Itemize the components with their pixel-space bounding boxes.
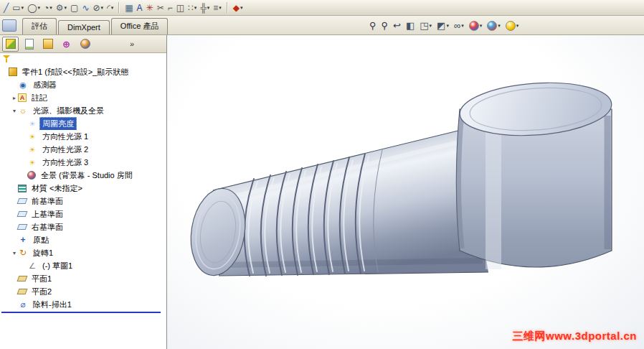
circle-tool[interactable]: ◯▾ bbox=[26, 1, 42, 14]
convert-entities-tool[interactable]: ⌐ bbox=[166, 1, 174, 14]
tree-item-top-plane[interactable]: 上基準面 bbox=[0, 208, 166, 220]
tree-item-directional-light-3[interactable]: ☀方向性光源 3 bbox=[0, 156, 166, 169]
tree-filter-row bbox=[0, 53, 166, 64]
linear-sketch-pattern-tool[interactable]: ∷▾ bbox=[186, 1, 198, 14]
dropdown-arrow-icon[interactable]: ▾ bbox=[498, 23, 501, 29]
dropdown-arrow-icon[interactable]: ▾ bbox=[38, 5, 41, 11]
make-block-tool[interactable]: ◆▾ bbox=[232, 1, 245, 14]
section-view-icon-glyph: ◧ bbox=[406, 19, 415, 32]
convert-entities-tool-glyph: ⌐ bbox=[168, 1, 173, 14]
tree-item-plane1[interactable]: 平面1 bbox=[0, 272, 166, 285]
zoom-to-area-icon[interactable]: ⚲ bbox=[380, 19, 390, 32]
propertymanager-tab[interactable] bbox=[21, 37, 37, 52]
tree-item-scene[interactable]: 全景 (背景幕 - Studio 房間 bbox=[0, 169, 166, 182]
filter-funnel-icon[interactable] bbox=[3, 55, 11, 63]
configurationmanager-tab[interactable] bbox=[39, 37, 56, 52]
bolt-shaft[interactable] bbox=[213, 129, 488, 276]
tree-item-lights-folder[interactable]: ▾☼光源、攝影機及全景 bbox=[0, 104, 166, 117]
part-icon bbox=[9, 68, 17, 76]
dropdown-arrow-icon[interactable]: ▾ bbox=[219, 5, 222, 11]
displaymanager-tab[interactable] bbox=[77, 37, 93, 52]
point-tool[interactable]: ✳ bbox=[145, 1, 155, 14]
rectangle-tool[interactable]: ▭▾ bbox=[11, 1, 25, 14]
tree-item-annotations[interactable]: ▸A註記 bbox=[0, 91, 166, 104]
sketch-picture-tool[interactable]: ▦ bbox=[123, 1, 134, 14]
mirror-entities-tool[interactable]: ◫ bbox=[175, 1, 186, 14]
dimxpertmanager-tab[interactable]: ⊕ bbox=[58, 37, 75, 52]
tree-item-plane2[interactable]: 平面2 bbox=[0, 285, 166, 298]
display-style-icon[interactable]: ◩▾ bbox=[435, 19, 450, 32]
tree-item-cut-sweep1[interactable]: ⌀除料-掃出1 bbox=[0, 298, 166, 311]
slot-tool[interactable]: ▢ bbox=[69, 1, 80, 14]
tree-item-label: 旋轉1 bbox=[30, 246, 56, 259]
move-entities-tool[interactable]: ╬▾ bbox=[199, 1, 211, 14]
collapse-arrow-icon[interactable]: ▾ bbox=[11, 250, 18, 256]
featuremanager-tab[interactable] bbox=[2, 37, 19, 52]
edit-appearance-icon[interactable]: ▾ bbox=[468, 19, 484, 32]
view-orientation-icon[interactable]: ◳▾ bbox=[418, 19, 433, 32]
trim-entities-tool[interactable]: ✂ bbox=[156, 1, 166, 14]
dropdown-arrow-icon[interactable]: ▾ bbox=[111, 5, 114, 11]
tree-item-ambient-light[interactable]: ☀周圍亮度 bbox=[0, 117, 166, 130]
section-view-icon[interactable]: ◧ bbox=[404, 19, 416, 32]
dropdown-arrow-icon[interactable]: ▾ bbox=[207, 5, 210, 11]
tree-item-revolve1[interactable]: ▾↻旋轉1 bbox=[0, 246, 166, 259]
tree-item-label: 平面2 bbox=[29, 285, 55, 298]
text-tool[interactable]: A bbox=[136, 1, 144, 14]
sketch-fillet-tool[interactable]: ◜▾ bbox=[105, 1, 115, 14]
bolt-model[interactable] bbox=[167, 35, 644, 349]
zoom-to-fit-icon-glyph: ⚲ bbox=[369, 19, 377, 32]
plane-ref-icon bbox=[17, 198, 28, 204]
tree-item-directional-light-1[interactable]: ☀方向性光源 1 bbox=[0, 130, 166, 143]
ambient-icon: ☀ bbox=[27, 119, 37, 129]
hide-show-items-icon[interactable]: ∞▾ bbox=[453, 19, 465, 32]
tree-item-label: 材質 <未指定> bbox=[29, 182, 85, 195]
dropdown-arrow-icon[interactable]: ▾ bbox=[194, 5, 197, 11]
tab-dimxpert[interactable]: DimXpert bbox=[58, 20, 110, 34]
dropdown-arrow-icon[interactable]: ▾ bbox=[430, 23, 432, 29]
arc-tool[interactable]: ◔▾ bbox=[42, 1, 54, 14]
polygon-tool[interactable]: ⚙▾ bbox=[55, 1, 68, 14]
tab-office-products[interactable]: Office 產品 bbox=[111, 18, 169, 34]
panel-toggle-icon[interactable] bbox=[2, 19, 16, 32]
slot-tool-glyph: ▢ bbox=[70, 1, 78, 14]
dropdown-arrow-icon[interactable]: ▾ bbox=[446, 23, 449, 29]
graphics-area[interactable]: 三维网www.3dportal.cn bbox=[167, 35, 644, 349]
offset-entities-tool[interactable]: ≡▾ bbox=[212, 1, 223, 14]
dropdown-arrow-icon[interactable]: ▾ bbox=[65, 5, 67, 11]
collapse-arrow-icon[interactable]: ▾ bbox=[11, 108, 18, 114]
tab-evaluate[interactable]: 評估 bbox=[22, 18, 57, 34]
zoom-to-fit-icon[interactable]: ⚲ bbox=[368, 19, 378, 32]
dropdown-arrow-icon[interactable]: ▾ bbox=[516, 23, 519, 29]
dropdown-arrow-icon[interactable]: ▾ bbox=[22, 5, 24, 11]
apply-scene-icon-ball bbox=[487, 21, 497, 31]
move-entities-tool-glyph: ╬ bbox=[200, 1, 207, 14]
tree-item-origin[interactable]: +原點 bbox=[0, 233, 166, 246]
dirlight-icon: ☀ bbox=[27, 158, 37, 167]
apply-scene-icon[interactable]: ▾ bbox=[486, 19, 502, 32]
tree-item-right-plane[interactable]: 右基準面 bbox=[0, 220, 166, 233]
tree-item-front-plane[interactable]: 前基準面 bbox=[0, 195, 166, 208]
line-tool[interactable]: ╱ bbox=[2, 1, 10, 14]
view-settings-icon[interactable]: ▾ bbox=[504, 19, 521, 32]
dropdown-arrow-icon[interactable]: ▾ bbox=[101, 5, 104, 11]
dropdown-arrow-icon[interactable]: ▾ bbox=[49, 5, 52, 11]
plane-feat-icon bbox=[17, 276, 28, 281]
tree-item-directional-light-2[interactable]: ☀方向性光源 2 bbox=[0, 143, 166, 156]
tree-item-material[interactable]: 材質 <未指定> bbox=[0, 182, 166, 195]
tree-item-part[interactable]: 零件1 (預設<<預設>_顯示狀態 bbox=[0, 65, 166, 78]
panel-overflow-chevron[interactable]: » bbox=[130, 39, 134, 48]
tree-item-sketch1[interactable]: ∠(-) 草圖1 bbox=[0, 259, 166, 272]
previous-view-icon[interactable]: ↩ bbox=[392, 19, 402, 32]
dropdown-arrow-icon[interactable]: ▾ bbox=[480, 23, 483, 29]
tree-item-label: 右基準面 bbox=[29, 220, 66, 233]
spline-tool[interactable]: ∿ bbox=[80, 1, 90, 14]
bolt-head[interactable] bbox=[457, 78, 614, 269]
tree-item-sensors[interactable]: ◉感測器 bbox=[0, 78, 166, 91]
rollback-bar[interactable] bbox=[1, 312, 161, 313]
dropdown-arrow-icon[interactable]: ▾ bbox=[461, 23, 464, 29]
ellipse-tool[interactable]: ⊘▾ bbox=[92, 1, 105, 14]
expand-arrow-icon[interactable]: ▸ bbox=[11, 95, 18, 101]
commandmanager-bar: 評估DimXpertOffice 產品 ⚲⚲↩◧◳▾◩▾∞▾▾▾▾ bbox=[0, 16, 644, 35]
dropdown-arrow-icon[interactable]: ▾ bbox=[240, 5, 243, 11]
